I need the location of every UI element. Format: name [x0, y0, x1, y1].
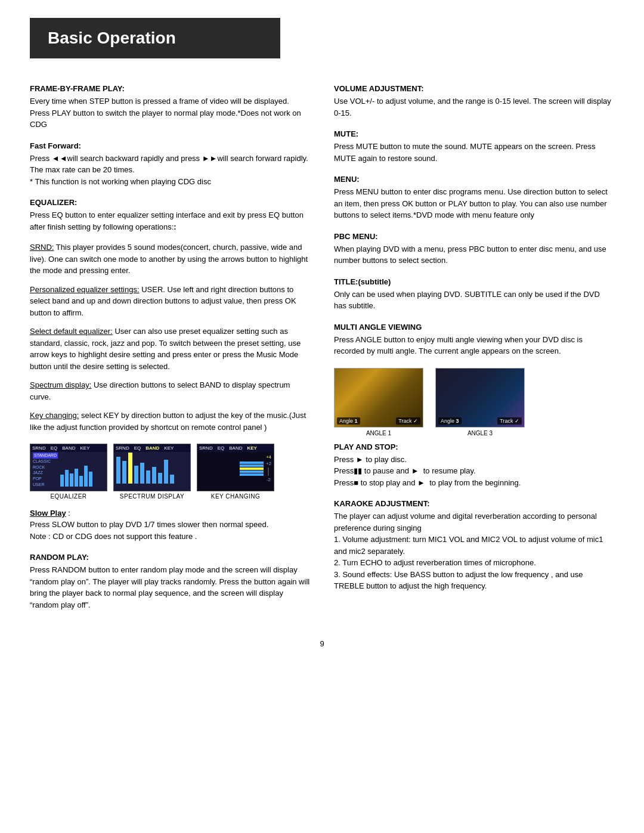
spectrum-display-image-label: SPECTRUM DISPLAY [113, 493, 191, 500]
spectrum-display-image-wrap: SRND EQ BAND KEY [113, 444, 191, 500]
key-changing-image: SRND EQ BAND KEY [197, 444, 274, 491]
frame-by-frame-section: FRAME-BY-FRAME PLAY: Every time when STE… [30, 84, 310, 131]
angle-images-row: Angle 1 Track ✓ ANGLE 1 Angle 3 Track ✓ … [334, 368, 614, 436]
menu-title: MENU: [334, 175, 614, 184]
frame-by-frame-body: Every time when STEP button is pressed a… [30, 95, 310, 131]
key-changing-subsection: Key changing: select KEY by direction bu… [30, 410, 310, 433]
slow-play-title: Slow Play : [30, 509, 310, 518]
angle3-image: Angle 3 Track ✓ [435, 368, 525, 428]
equalizer-image-label: EQUALIZER [30, 493, 107, 500]
angle3-label: ANGLE 3 [467, 430, 493, 436]
eq-images-row: SRND EQ BAND KEY STANDARD CLASSIC ROCK J… [30, 444, 310, 500]
multi-angle-title: MULTI ANGLE VIEWING [334, 323, 614, 332]
slow-play-body2: Note : CD or CDG does not support this f… [30, 531, 310, 543]
mute-title: MUTE: [334, 129, 614, 138]
fast-forward-body2: * This function is not working when play… [30, 176, 310, 188]
title-subtitle-title: TITLE:(subtitle) [334, 277, 614, 286]
multi-angle-section: MULTI ANGLE VIEWING Press ANGLE button t… [334, 323, 614, 357]
select-default-subsection: Select default equalizer: User can also … [30, 326, 310, 372]
volume-title: VOLUME ADJUSTMENT: [334, 84, 614, 93]
volume-section: VOLUME ADJUSTMENT: Use VOL+/- to adjust … [334, 84, 614, 119]
key-title: Key changing: [30, 411, 79, 420]
menu-body: Press MENU button to enter disc programs… [334, 186, 614, 221]
random-play-title: RANDOM PLAY: [30, 553, 310, 562]
mute-section: MUTE: Press MUTE button to mute the soun… [334, 129, 614, 164]
page-title: Basic Operation [30, 18, 280, 58]
key-changing-image-label: KEY CHANGING [197, 493, 274, 500]
select-default-title: Select default equalizer: [30, 327, 113, 336]
menu-section: MENU: Press MENU button to enter disc pr… [334, 175, 614, 221]
pbc-menu-body: When playing DVD with a menu, press PBC … [334, 243, 614, 267]
angle3-wrap: Angle 3 Track ✓ ANGLE 3 [435, 368, 525, 436]
angle1-image: Angle 1 Track ✓ [334, 368, 423, 428]
angle1-label: ANGLE 1 [366, 430, 391, 436]
slow-play-body1: Press SLOW button to play DVD 1/7 times … [30, 519, 310, 531]
slow-play-section: Slow Play : Press SLOW button to play DV… [30, 509, 310, 542]
random-play-body: Press RANDOM button to enter random play… [30, 564, 310, 611]
pbc-menu-title: PBC MENU: [334, 232, 614, 241]
right-column: VOLUME ADJUSTMENT: Use VOL+/- to adjust … [334, 84, 614, 603]
random-play-section: RANDOM PLAY: Press RANDOM button to ente… [30, 553, 310, 611]
play-stop-body: Press ► to play disc. Press▮▮ to pause a… [334, 454, 614, 489]
spectrum-subsection: Spectrum display: Use direction buttons … [30, 379, 310, 402]
spectrum-title: Spectrum display: [30, 380, 91, 389]
frame-by-frame-title: FRAME-BY-FRAME PLAY: [30, 84, 310, 93]
fast-forward-body1: Press ◄◄will search backward rapidly and… [30, 153, 310, 176]
fast-forward-title: Fast Forward: [30, 141, 310, 150]
spectrum-display-image: SRND EQ BAND KEY [113, 444, 191, 491]
personalized-subsection: Personalized equalizer settings: USER. U… [30, 284, 310, 319]
pbc-menu-section: PBC MENU: When playing DVD with a menu, … [334, 232, 614, 267]
page-number: 9 [30, 639, 614, 648]
fast-forward-section: Fast Forward: Press ◄◄will search backwa… [30, 141, 310, 188]
equalizer-section: EQUALIZER: Press EQ button to enter equa… [30, 198, 310, 433]
karaoke-title: KARAOKE ADJUSTMENT: [334, 499, 614, 508]
key-changing-image-wrap: SRND EQ BAND KEY [197, 444, 274, 500]
srnd-title: SRND: [30, 243, 54, 252]
karaoke-section: KARAOKE ADJUSTMENT: The player can adjus… [334, 499, 614, 592]
title-subtitle-body: Only can be used when playing DVD. SUBTI… [334, 289, 614, 312]
mute-body: Press MUTE button to mute the sound. MUT… [334, 141, 614, 164]
srnd-body: This player provides 5 sound modes(conce… [30, 243, 308, 275]
title-subtitle-section: TITLE:(subtitle) Only can be used when p… [334, 277, 614, 312]
play-stop-title: PLAY AND STOP: [334, 442, 614, 451]
equalizer-intro: Press EQ button to enter equalizer setti… [30, 209, 310, 233]
angle1-wrap: Angle 1 Track ✓ ANGLE 1 [334, 368, 423, 436]
play-stop-section: PLAY AND STOP: Press ► to play disc. Pre… [334, 442, 614, 489]
volume-body: Use VOL+/- to adjust volume, and the ran… [334, 95, 614, 119]
multi-angle-body: Press ANGLE button to enjoy multi angle … [334, 334, 614, 357]
srnd-subsection: SRND: This player provides 5 sound modes… [30, 241, 310, 277]
personalized-title: Personalized equalizer settings: [30, 285, 140, 294]
equalizer-image: SRND EQ BAND KEY STANDARD CLASSIC ROCK J… [30, 444, 107, 491]
equalizer-title: EQUALIZER: [30, 198, 310, 207]
equalizer-image-wrap: SRND EQ BAND KEY STANDARD CLASSIC ROCK J… [30, 444, 107, 500]
karaoke-body: The player can adjust volume and digital… [334, 510, 614, 592]
left-column: FRAME-BY-FRAME PLAY: Every time when STE… [30, 84, 310, 621]
